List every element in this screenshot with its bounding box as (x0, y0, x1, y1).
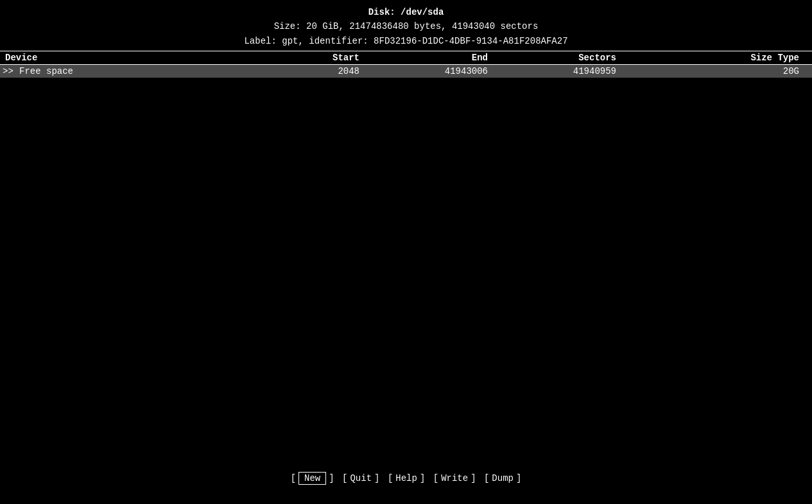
row-sectors: 41940959 (501, 66, 629, 76)
bottom-menu-bar: [ New ] [ Quit ] [ Help ] [ Write ] [ Du… (0, 472, 812, 485)
disk-title: Disk: /dev/sda (0, 5, 812, 19)
quit-bracket-open: [ (337, 473, 348, 483)
col-header-end: End (372, 53, 501, 63)
col-header-size-type: Size Type (629, 53, 812, 63)
row-end: 41943006 (372, 66, 501, 76)
col-header-sectors: Sectors (501, 53, 629, 63)
row-indicator: >> (0, 66, 19, 76)
row-size-type: 20G (629, 66, 812, 76)
help-bracket-open: [ (382, 473, 393, 483)
help-bracket-close: ] (420, 473, 425, 483)
help-label[interactable]: Help (395, 473, 417, 483)
table-row[interactable]: >> Free space 2048 41943006 41940959 20G (0, 65, 812, 78)
col-header-device: Device (0, 53, 244, 63)
quit-label[interactable]: Quit (350, 473, 372, 483)
write-bracket-open: [ (428, 473, 438, 483)
label-line: Label: gpt, identifier: 8FD32196-D1DC-4D… (0, 34, 812, 48)
row-start: 2048 (244, 66, 372, 76)
terminal-screen: Disk: /dev/sda Size: 20 GiB, 21474836480… (0, 0, 812, 504)
new-bracket-close: ] (329, 473, 334, 483)
row-device: Free space (19, 66, 244, 76)
write-label[interactable]: Write (441, 473, 468, 483)
dump-bracket-open: [ (479, 473, 490, 483)
write-bracket-close: ] (471, 473, 476, 483)
disk-header: Disk: /dev/sda Size: 20 GiB, 21474836480… (0, 0, 812, 48)
new-button[interactable]: New (298, 472, 326, 485)
col-header-start: Start (244, 53, 372, 63)
new-bracket-open: [ (291, 473, 296, 483)
quit-bracket-close: ] (374, 473, 379, 483)
dump-bracket-close: ] (516, 473, 521, 483)
size-line: Size: 20 GiB, 21474836480 bytes, 4194304… (0, 19, 812, 33)
table-header: Device Start End Sectors Size Type (0, 51, 812, 65)
dump-label[interactable]: Dump (492, 473, 514, 483)
